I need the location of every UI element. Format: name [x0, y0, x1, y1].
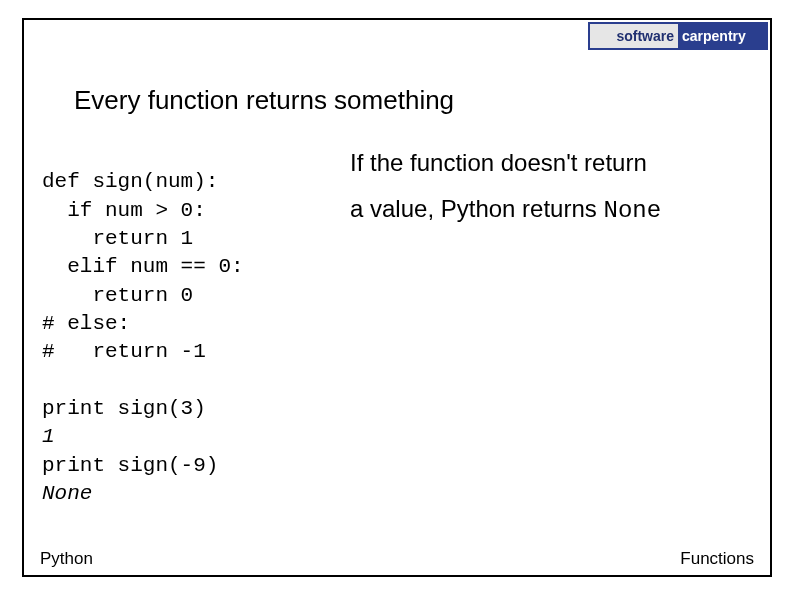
logo-text-left: software	[590, 24, 678, 48]
code-line: elif num == 0:	[42, 255, 244, 278]
code-result-line: 1	[42, 425, 55, 448]
code-line: # else:	[42, 312, 130, 335]
explanation-line: a value, Python returns None	[350, 186, 752, 234]
slide-heading: Every function returns something	[74, 85, 454, 116]
explanation-text: a value, Python returns	[350, 195, 603, 222]
content-area: def sign(num): if num > 0: return 1 elif…	[42, 140, 752, 508]
code-line: if num > 0:	[42, 199, 206, 222]
code-literal-none: None	[603, 197, 661, 224]
logo-badge: software carpentry	[588, 22, 768, 50]
code-line: def sign(num):	[42, 170, 218, 193]
logo-text-right: carpentry	[678, 24, 766, 48]
footer-right: Functions	[680, 549, 754, 569]
code-output-line: print sign(-9)	[42, 454, 218, 477]
footer-left: Python	[40, 549, 93, 569]
code-output-line: print sign(3)	[42, 397, 206, 420]
explanation-line: If the function doesn't return	[350, 140, 752, 186]
code-line: return 0	[42, 284, 193, 307]
code-line: # return -1	[42, 340, 206, 363]
explanation-column: If the function doesn't return a value, …	[342, 140, 752, 508]
code-column: def sign(num): if num > 0: return 1 elif…	[42, 140, 342, 508]
code-result-line: None	[42, 482, 92, 505]
code-line: return 1	[42, 227, 193, 250]
